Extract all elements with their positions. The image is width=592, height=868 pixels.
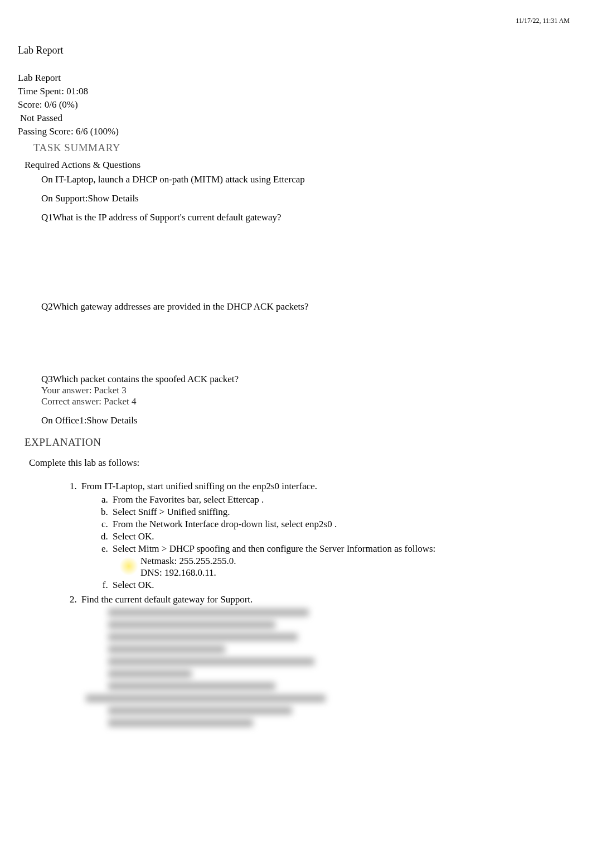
- page-title: Lab Report: [18, 45, 574, 56]
- step-1e-text: Select Mitm > DHCP spoofing and then con…: [113, 543, 435, 554]
- task-item-show-details[interactable]: On Office1:Show Details: [41, 415, 574, 426]
- complete-lab-line: Complete this lab as follows:: [29, 457, 574, 469]
- steps-list: From IT-Laptop, start unified sniffing o…: [79, 481, 574, 727]
- q3-your-answer: Your answer: Packet 3: [41, 385, 574, 396]
- passing-score: Passing Score: 6/6 (100%): [18, 126, 574, 138]
- highlight-icon: [119, 557, 138, 576]
- time-spent: Time Spent: 01:08: [18, 85, 574, 98]
- task-item: On IT-Laptop, launch a DHCP on-path (MIT…: [41, 174, 574, 185]
- score: Score: 0/6 (0%): [18, 99, 574, 112]
- document-body: Lab Report Lab Report Time Spent: 01:08 …: [0, 0, 592, 727]
- step-1: From IT-Laptop, start unified sniffing o…: [79, 481, 574, 591]
- q3-label: Q3: [41, 374, 53, 384]
- blurred-content: [108, 609, 574, 727]
- q3-text: Which packet contains the spoofed ACK pa…: [53, 374, 239, 384]
- q1-label: Q1: [41, 212, 53, 223]
- report-label: Lab Report: [18, 72, 574, 85]
- q1-text: What is the IP address of Support's curr…: [53, 212, 282, 223]
- step-1e: Select Mitm > DHCP spoofing and then con…: [110, 543, 574, 578]
- step-1-substeps: From the Favorites bar, select Ettercap …: [110, 494, 574, 591]
- step-1c: From the Network Interface drop-down lis…: [110, 519, 574, 530]
- step-1b: Select Sniff > Unified sniffing.: [110, 507, 574, 518]
- meta-block: Lab Report Time Spent: 01:08 Score: 0/6 …: [18, 72, 574, 138]
- step-1f: Select OK.: [110, 580, 574, 591]
- dns-line: DNS: 192.168.0.11.: [140, 567, 574, 578]
- task-item-show-details[interactable]: On Support:Show Details: [41, 193, 574, 204]
- task-list: On IT-Laptop, launch a DHCP on-path (MIT…: [41, 174, 574, 426]
- step-1d: Select OK.: [110, 531, 574, 542]
- step-2: Find the current default gateway for Sup…: [79, 594, 574, 727]
- step-1e-config: Netmask: 255.255.255.0. DNS: 192.168.0.1…: [140, 556, 574, 578]
- task-summary-heading: TASK SUMMARY: [33, 142, 574, 154]
- netmask-line: Netmask: 255.255.255.0.: [140, 556, 574, 567]
- step-1-text: From IT-Laptop, start unified sniffing o…: [81, 481, 317, 491]
- explanation-heading: EXPLANATION: [25, 436, 574, 449]
- question-3: Q3Which packet contains the spoofed ACK …: [41, 374, 574, 407]
- status-badge: Not Passed: [20, 112, 574, 125]
- q2-label: Q2: [41, 301, 53, 312]
- q2-text: Which gateway addresses are provided in …: [53, 301, 309, 312]
- question-1: Q1What is the IP address of Support's cu…: [41, 212, 574, 223]
- step-1a: From the Favorites bar, select Ettercap …: [110, 494, 574, 505]
- page-timestamp: 11/17/22, 11:31 AM: [516, 17, 570, 25]
- q3-correct-answer: Correct answer: Packet 4: [41, 396, 574, 407]
- step-2-text: Find the current default gateway for Sup…: [81, 594, 253, 605]
- required-actions-heading: Required Actions & Questions: [25, 160, 574, 171]
- question-2: Q2Which gateway addresses are provided i…: [41, 301, 574, 312]
